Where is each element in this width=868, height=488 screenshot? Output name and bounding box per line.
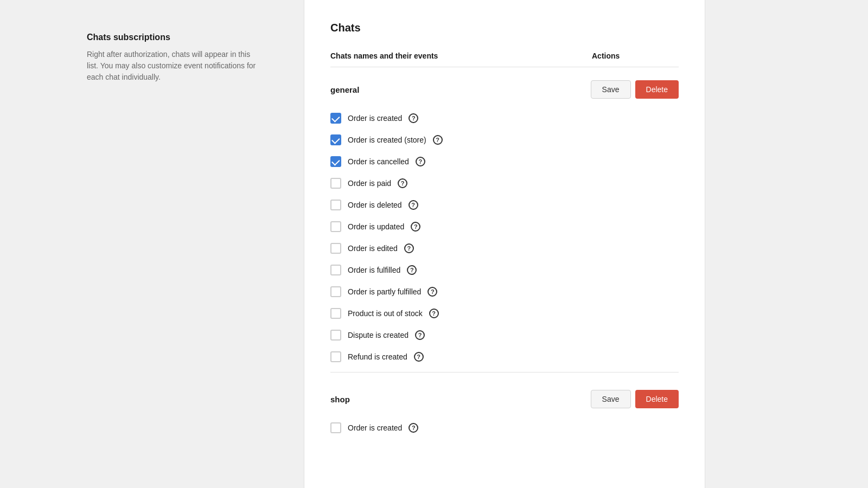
help-icon-order-deleted[interactable]: ? [409, 200, 418, 210]
chat-name-general: general [330, 85, 359, 94]
event-item-order-edited: Order is edited? [330, 237, 679, 259]
checkbox-dispute-created[interactable] [330, 330, 341, 341]
delete-button-shop[interactable]: Delete [635, 390, 679, 408]
section-header-general: generalSaveDelete [330, 80, 679, 99]
help-icon-order-cancelled[interactable]: ? [416, 157, 425, 166]
checkbox-order-created[interactable] [330, 113, 341, 124]
main-content: Chats Chats names and their events Actio… [304, 0, 705, 488]
help-icon-order-updated[interactable]: ? [411, 222, 420, 232]
event-item-product-out-of-stock: Product is out of stock? [330, 303, 679, 324]
event-item-refund-created: Refund is created? [330, 346, 679, 368]
event-list-general: Order is created?Order is created (store… [330, 107, 679, 368]
help-icon-order-partly-fulfilled[interactable]: ? [427, 287, 437, 297]
sidebar: Chats subscriptions Right after authoriz… [0, 0, 304, 105]
sidebar-description: Right after authorization, chats will ap… [87, 49, 260, 83]
event-label-order-deleted: Order is deleted [348, 201, 402, 209]
event-item-dispute-created: Dispute is created? [330, 324, 679, 346]
save-button-shop[interactable]: Save [591, 390, 631, 408]
event-label-order-edited: Order is edited [348, 244, 398, 253]
help-icon-order-fulfilled[interactable]: ? [407, 265, 417, 275]
help-icon-order-paid[interactable]: ? [398, 178, 407, 188]
checkbox-order-cancelled[interactable] [330, 156, 341, 167]
event-list-shop: Order is created? [330, 417, 679, 439]
event-label-order-paid: Order is paid [348, 179, 391, 188]
checkbox-order-created-store[interactable] [330, 134, 341, 145]
event-item-order-fulfilled: Order is fulfilled? [330, 259, 679, 281]
table-header: Chats names and their events Actions [330, 52, 679, 67]
help-icon-product-out-of-stock[interactable]: ? [429, 309, 439, 318]
checkbox-order-created-shop[interactable] [330, 422, 341, 433]
event-label-order-created-store: Order is created (store) [348, 136, 426, 144]
chat-section-general: generalSaveDeleteOrder is created?Order … [330, 80, 679, 373]
checkbox-product-out-of-stock[interactable] [330, 308, 341, 319]
event-item-order-partly-fulfilled: Order is partly fulfilled? [330, 281, 679, 303]
event-item-order-deleted: Order is deleted? [330, 194, 679, 216]
checkbox-order-paid[interactable] [330, 178, 341, 189]
help-icon-order-created-store[interactable]: ? [433, 135, 443, 145]
event-item-order-cancelled: Order is cancelled? [330, 151, 679, 172]
checkbox-order-partly-fulfilled[interactable] [330, 286, 341, 297]
sidebar-title: Chats subscriptions [87, 33, 260, 42]
event-label-dispute-created: Dispute is created [348, 331, 409, 339]
section-divider [330, 372, 679, 373]
checkbox-refund-created[interactable] [330, 351, 341, 362]
help-icon-order-edited[interactable]: ? [404, 243, 414, 253]
checkbox-order-updated[interactable] [330, 221, 341, 232]
checkbox-order-edited[interactable] [330, 243, 341, 254]
event-label-order-fulfilled: Order is fulfilled [348, 266, 400, 274]
help-icon-order-created-shop[interactable]: ? [409, 423, 418, 433]
section-header-shop: shopSaveDelete [330, 390, 679, 408]
sections-container: generalSaveDeleteOrder is created?Order … [330, 80, 679, 439]
event-label-order-partly-fulfilled: Order is partly fulfilled [348, 287, 421, 296]
event-label-order-cancelled: Order is cancelled [348, 157, 409, 166]
event-label-order-updated: Order is updated [348, 222, 404, 231]
chat-name-shop: shop [330, 395, 350, 404]
checkbox-order-fulfilled[interactable] [330, 265, 341, 275]
actions-group-general: SaveDelete [591, 80, 679, 99]
chat-section-shop: shopSaveDeleteOrder is created? [330, 390, 679, 439]
event-item-order-created-store: Order is created (store)? [330, 129, 679, 151]
help-icon-refund-created[interactable]: ? [414, 352, 424, 362]
column-events-header: Chats names and their events [330, 52, 438, 60]
event-label-order-created-shop: Order is created [348, 423, 402, 432]
help-icon-dispute-created[interactable]: ? [415, 330, 425, 340]
save-button-general[interactable]: Save [591, 80, 631, 99]
delete-button-general[interactable]: Delete [635, 80, 679, 99]
checkbox-order-deleted[interactable] [330, 200, 341, 210]
actions-group-shop: SaveDelete [591, 390, 679, 408]
event-label-order-created: Order is created [348, 114, 402, 123]
column-actions-header: Actions [592, 52, 679, 60]
event-label-refund-created: Refund is created [348, 352, 407, 361]
help-icon-order-created[interactable]: ? [409, 113, 418, 123]
event-item-order-updated: Order is updated? [330, 216, 679, 237]
event-item-order-created: Order is created? [330, 107, 679, 129]
event-item-order-created-shop: Order is created? [330, 417, 679, 439]
event-item-order-paid: Order is paid? [330, 172, 679, 194]
page-title: Chats [330, 22, 679, 34]
event-label-product-out-of-stock: Product is out of stock [348, 309, 423, 318]
page-layout: Chats subscriptions Right after authoriz… [0, 0, 868, 488]
